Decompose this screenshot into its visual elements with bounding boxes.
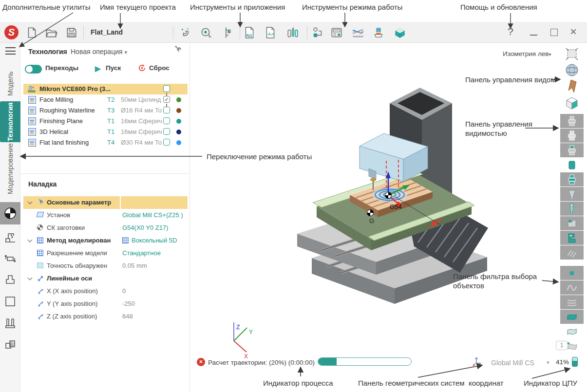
visibility-machine-head[interactable] [560,114,584,128]
operation-row[interactable]: Finishing Plane T1 16мм Сферич [23,116,188,127]
control-panel-icon[interactable] [330,26,343,39]
nc-program-icon[interactable]: N1 [243,26,256,39]
filter-curves[interactable] [560,280,584,295]
measure-tape-icon[interactable] [200,26,212,39]
visibility-machine-head-alt[interactable] [560,129,584,143]
surface-view-button[interactable] [560,78,584,94]
maximize-button[interactable] [550,29,558,36]
workpiece-setup-icon [37,212,44,217]
filter-points[interactable] [560,266,584,280]
filter-faces-selected[interactable] [560,310,584,324]
param-row[interactable]: Точность обнаружен 0.05 mm [23,260,188,272]
cs-triad-icon[interactable] [471,355,483,368]
postprocessor-icon[interactable] [372,26,385,39]
annotation-help-updates: Помощь и обновления [460,3,537,11]
main-menu-icon[interactable] [5,47,16,55]
sprutcam-logo[interactable]: S [4,25,19,39]
zoom-extents-button[interactable] [560,46,584,62]
param-row[interactable]: СК заготовки G54(X0 Y0 Z17) [23,222,188,234]
active-cs-dropdown[interactable]: Global Mill CS [491,359,534,367]
visibility-head-node[interactable] [560,216,584,230]
g54-label: G54 [390,203,402,210]
title-bar: S Flat_Land N1 ? × [0,22,587,43]
filter-surfaces[interactable] [560,295,584,309]
stock-box-icon[interactable] [0,293,20,310]
svg-text:N1: N1 [246,33,253,38]
cs-dropdown-caret-icon[interactable]: ▾ [547,359,549,366]
cancel-calculation-button[interactable]: × [197,358,205,366]
operation-checkbox[interactable]: ✓ [163,96,170,103]
operation-checkbox[interactable] [163,107,170,113]
part-icon[interactable] [0,271,20,288]
visibility-tool-assembly[interactable] [560,172,584,187]
machine-checkbox[interactable] [163,85,170,92]
annotation-mode-tools: Инструменты режима работы [302,3,402,11]
param-group-row[interactable]: Метод моделирован Воксельный 5D [23,234,188,247]
operation-checkbox[interactable] [163,128,170,135]
statistics-doc-icon[interactable] [264,26,277,39]
close-button[interactable]: × [570,25,577,38]
view-sphere-button[interactable] [560,62,584,78]
settings-wrench-icon[interactable] [173,45,183,55]
help-button[interactable]: ? [508,26,513,37]
iso-cube-button[interactable] [560,94,584,110]
param-row[interactable]: Разрешение модели Стандартное [23,247,188,260]
tool-library-icon[interactable] [286,26,299,39]
visibility-tool[interactable] [560,202,584,216]
new-operation-dropdown[interactable]: Новая операция ▾ [71,48,127,56]
snap-magnet-icon[interactable] [179,26,191,39]
operation-checkbox[interactable] [163,139,170,146]
filter-meshes[interactable] [560,324,584,338]
open-project-icon[interactable] [45,26,57,39]
graphs-icon[interactable] [352,26,364,39]
param-row[interactable]: Установ Global Mill CS+(Z25 ) [23,209,188,222]
operation-checkbox[interactable] [163,117,170,124]
collapse-chevron-icon[interactable] [28,238,33,243]
transitions-toggle[interactable] [25,65,42,74]
restrict-area-icon[interactable] [0,336,20,354]
machine-row[interactable]: Mikron VCE600 Pro (3... [23,84,188,94]
param-group-row[interactable]: Линейные оси [23,272,188,285]
axis-icon [37,300,44,307]
fixture-icon[interactable] [0,315,20,332]
param-row[interactable]: X (X axis position) 0 [23,285,188,298]
collapse-chevron-icon[interactable] [28,276,33,280]
annotation-cpu-indicator: Индикатор ЦПУ [524,379,577,387]
start-button[interactable]: Пуск [106,64,121,72]
collapse-chevron-icon[interactable] [28,200,33,205]
param-group-row[interactable]: Основные параметр [23,196,188,209]
caliper-icon[interactable] [221,26,233,39]
coordinate-system-icon[interactable] [0,202,20,224]
tab-model[interactable]: Модель [0,67,20,100]
operation-icon [28,139,36,147]
annotation-visibility-panel: Панель управлениявидимостью [465,119,532,138]
workpiece-icon[interactable] [0,250,20,267]
machine-icon[interactable] [0,229,20,246]
operation-row[interactable]: Flat land finishing T4 Ø30 R4 мм То [23,137,188,148]
panel-title: Технология [28,48,67,56]
visibility-toolpath[interactable] [560,245,584,260]
visibility-workpiece[interactable] [560,158,584,172]
visibility-machine[interactable] [560,231,584,245]
annotation-progress-indicator: Индикатор процесса [263,379,333,387]
tab-technology[interactable]: Технология [0,101,20,142]
axes-icon [37,275,44,282]
visibility-spindle-teal[interactable] [560,143,584,157]
param-row[interactable]: Y (Y axis position) -250 [23,298,188,310]
operation-icon [28,128,36,136]
operation-row[interactable]: Face Milling T2 50мм Цилинд ✓ [23,94,188,105]
operation-row[interactable]: Roughing Waterline T3 Ø16 R4 мм То [23,105,188,116]
new-project-icon[interactable] [25,26,38,39]
process-flow-icon[interactable] [312,26,324,39]
visibility-holder[interactable] [560,187,584,201]
save-project-icon[interactable] [65,26,78,39]
calculation-status-text: Расчет траектории: (20%) (0:00:00) [208,359,315,366]
annotation-view-panel: Панель управления видом [465,75,556,84]
param-row[interactable]: Z (Z axis position) 648 [23,310,188,323]
tab-modeling[interactable]: Моделирование [0,143,20,195]
reset-button[interactable]: Сброс [149,64,170,72]
filter-workpiece-flag[interactable] [560,339,584,353]
simulation-icon[interactable] [394,26,406,39]
minimize-button[interactable] [530,35,537,36]
operation-row[interactable]: 3D Helical T1 16мм Сферич [23,127,188,137]
